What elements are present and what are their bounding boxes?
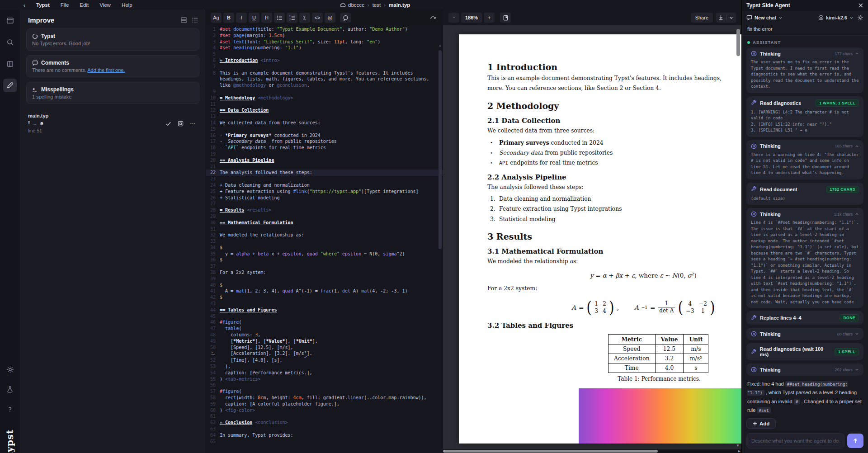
redo-button[interactable]: [428, 13, 439, 23]
menu-help[interactable]: Help: [117, 1, 137, 9]
improve-panel-button[interactable]: [3, 79, 17, 92]
scroll-down-icon[interactable]: ▼: [736, 444, 740, 448]
menu-edit[interactable]: Edit: [75, 1, 93, 9]
view-grid-icon[interactable]: [180, 17, 187, 24]
italic-button[interactable]: I: [236, 13, 247, 23]
bullet-icon: •: [490, 139, 499, 147]
document-page[interactable]: 1 IntroductionThis is an example documen…: [459, 34, 741, 444]
heading-button[interactable]: H: [261, 13, 272, 23]
share-button[interactable]: Share: [691, 13, 713, 23]
tool-card-header[interactable]: Read diagnostics (wait 100 ms)1 SPELL: [751, 346, 859, 357]
improve-panel-title: Improve: [28, 16, 54, 24]
help-button[interactable]: [3, 402, 17, 416]
agent-settings-icon[interactable]: [857, 14, 863, 21]
code-line: 4#set heading(numbering: "1.1"): [206, 45, 443, 51]
editor-scrollbar-thumb[interactable]: [439, 50, 442, 249]
tool-card-header[interactable]: Read document1752 CHARS: [751, 186, 859, 193]
doc-list-item: •API endpoints for real-time metrics: [490, 159, 741, 167]
arrow-right-icon: →: [33, 121, 38, 126]
line-number: 47: [206, 326, 220, 332]
code-area[interactable]: 1#set document(title: "Typst Example Doc…: [206, 25, 443, 453]
zoom-out-button[interactable]: −: [448, 13, 459, 23]
menu-typst[interactable]: Typst: [32, 1, 54, 9]
code-line: 18- `API` endpoints for real-time metric…: [206, 145, 443, 151]
line-number: 18: [206, 145, 220, 151]
pages-panel-button[interactable]: [3, 57, 17, 71]
model-selector[interactable]: kimi-k2.6: [818, 15, 854, 20]
misspelling-item[interactable]: main.typ ² → e ⋯ line 51: [20, 109, 206, 133]
thinking-card-header[interactable]: Thinking1.1k chars: [751, 211, 859, 217]
zoom-level[interactable]: 186%: [461, 13, 482, 23]
zoom-in-button[interactable]: +: [484, 13, 495, 23]
accept-fix-icon[interactable]: [165, 121, 171, 127]
add-comment-link[interactable]: Add the first one.: [87, 67, 125, 73]
view-list-icon[interactable]: [192, 17, 198, 24]
tool-card[interactable]: Replace lines 4–4DONE: [746, 311, 863, 325]
labs-button[interactable]: [3, 382, 17, 396]
flask-icon: [6, 386, 14, 393]
line-number: 61: [206, 413, 220, 420]
tool-badge: 1 WARN, 1 SPELL: [816, 99, 859, 107]
underline-button[interactable]: U: [249, 13, 259, 23]
comment-button[interactable]: [340, 13, 351, 23]
thinking-card[interactable]: Thinking60 chars: [746, 328, 863, 340]
tool-card-header[interactable]: Replace lines 4–4DONE: [751, 314, 859, 321]
line-number: 2: [206, 33, 220, 39]
fit-page-button[interactable]: [500, 13, 511, 23]
preview-hscrollbar-thumb[interactable]: [443, 450, 658, 453]
line-number: 17: [206, 138, 220, 145]
bold-button[interactable]: B: [223, 13, 234, 23]
thinking-card[interactable]: Thinking1.1k charsLine 4 is `##set headi…: [746, 208, 863, 308]
copy-icon[interactable]: [178, 121, 184, 127]
typst-status-card[interactable]: Typst No Typst errors. Good job!: [26, 28, 199, 51]
thinking-card-header[interactable]: Thinking202 chars: [751, 367, 859, 373]
line-number: 32: [206, 232, 220, 238]
send-button[interactable]: [847, 434, 863, 448]
math-button[interactable]: Σ: [299, 13, 310, 23]
menu-view[interactable]: View: [95, 1, 115, 9]
scroll-right-icon[interactable]: ▶: [738, 449, 741, 453]
tool-card[interactable]: Read diagnostics1 WARN, 1 SPELL1. [WARNI…: [746, 96, 863, 137]
code-line: 29: [206, 213, 443, 220]
comments-card[interactable]: Comments There are no comments. Add the …: [26, 55, 199, 77]
files-panel-button[interactable]: [3, 14, 17, 27]
text-style-button[interactable]: Ag: [211, 13, 222, 23]
code-line: 48 columns: 3,: [206, 332, 443, 338]
thinking-card-header[interactable]: Thinking177 chars: [751, 51, 859, 57]
spell-marker-icon: a: [211, 350, 216, 355]
close-icon[interactable]: [858, 3, 863, 8]
download-button[interactable]: [716, 13, 736, 23]
thinking-card-header[interactable]: Thinking60 chars: [751, 331, 859, 337]
settings-button[interactable]: [3, 363, 17, 376]
line-number: 39: [206, 276, 220, 282]
tool-card-header[interactable]: Read diagnostics1 WARN, 1 SPELL: [751, 99, 859, 107]
doc-table-caption: Table 1: Performance metrics.: [533, 376, 741, 382]
bullet-list-button[interactable]: [274, 13, 285, 23]
tool-card[interactable]: Read diagnostics (wait 100 ms)1 SPELL: [746, 343, 863, 360]
new-chat-button[interactable]: New chat: [746, 15, 783, 20]
add-context-label: Add: [760, 421, 769, 426]
numbered-list-button[interactable]: 12: [287, 13, 297, 23]
tool-card[interactable]: Read document1752 CHARS(default size): [746, 183, 863, 205]
code-button[interactable]: <>: [312, 13, 323, 23]
thinking-body: Line 4 is `##set heading(numbering: "1.1…: [751, 220, 859, 305]
thinking-card[interactable]: Thinking177 charsThe user wants me to fi…: [746, 47, 863, 93]
menu-file[interactable]: File: [56, 1, 74, 9]
breadcrumb[interactable]: dbcccc › test › main.typ: [340, 2, 410, 8]
code-line: 45: [206, 313, 443, 320]
reference-button[interactable]: @: [325, 13, 335, 23]
misspellings-card[interactable]: a Misspellings 1 spelling mistake: [26, 82, 199, 104]
thinking-card[interactable]: Thinking202 chars: [746, 363, 863, 376]
tool-label: Read document: [760, 187, 797, 192]
thinking-card-header[interactable]: Thinking165 chars: [751, 143, 859, 149]
more-options-icon[interactable]: ⋯: [190, 120, 196, 127]
preview-vscrollbar-thumb[interactable]: [736, 29, 740, 56]
scroll-up-icon[interactable]: ▲: [438, 42, 442, 49]
add-context-button[interactable]: Add: [746, 418, 776, 429]
preview-hscrollbar[interactable]: ▶: [443, 449, 741, 453]
agent-prompt-input[interactable]: [746, 433, 844, 448]
thinking-card[interactable]: Thinking165 charsThere is a warning on l…: [746, 140, 863, 179]
editor-scrollbar[interactable]: ▲: [438, 42, 442, 449]
search-panel-button[interactable]: [3, 35, 17, 49]
back-button[interactable]: ‹: [20, 2, 29, 9]
